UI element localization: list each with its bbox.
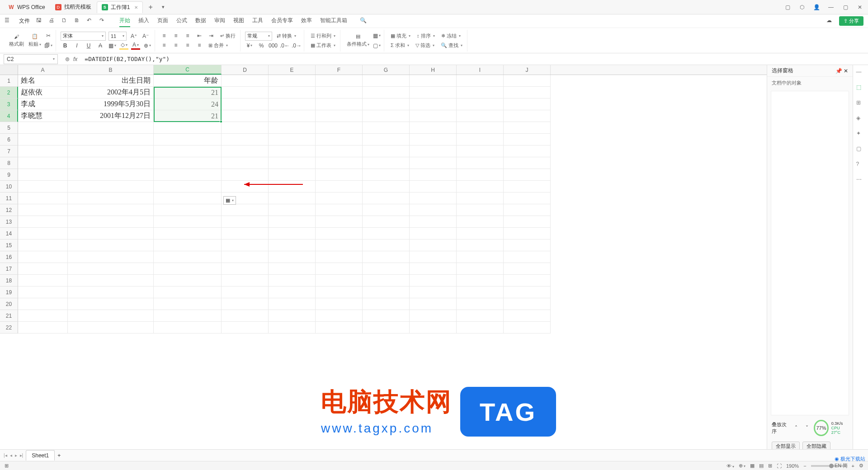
cell-J7[interactable] [504,146,551,157]
row-header-7[interactable]: 7 [0,146,18,157]
cell-G4[interactable] [363,110,410,122]
cell-B21[interactable] [68,310,154,322]
currency-icon[interactable]: ¥▾ [245,42,254,50]
cell-D4[interactable] [222,110,269,122]
cell-E22[interactable] [269,322,316,334]
cell-E6[interactable] [269,134,316,146]
cell-A9[interactable] [18,169,68,181]
close-button[interactable]: ✕ [855,3,864,12]
cell-B11[interactable] [68,193,154,204]
cell-G14[interactable] [363,228,410,240]
cell-G3[interactable] [363,99,410,110]
cell-D20[interactable] [222,298,269,310]
mode-icon[interactable]: ⊞ [5,463,9,469]
tab-wps-home[interactable]: W WPS Office [4,1,50,13]
cell-F21[interactable] [316,310,363,322]
cell-D22[interactable] [222,322,269,334]
cell-C11[interactable] [154,193,222,204]
indent-left-icon[interactable]: ⇤ [195,32,204,40]
cell-E11[interactable] [269,193,316,204]
fullscreen-icon[interactable]: ⛶ [777,463,782,469]
cell-H16[interactable] [410,251,457,263]
decimal-inc-icon[interactable]: .0← [280,42,289,50]
cell-H18[interactable] [410,275,457,287]
search-icon[interactable]: 🔍 [360,17,368,25]
cell-D12[interactable] [222,204,269,216]
cell-I14[interactable] [457,228,504,240]
cell-J22[interactable] [504,322,551,334]
menu-tab-data[interactable]: 数据 [195,15,206,27]
col-header-H[interactable]: H [410,65,457,75]
cell-H4[interactable] [410,110,457,122]
sheet-nav-prev[interactable]: ◂ [10,453,12,458]
cell-F16[interactable] [316,251,363,263]
cell-J12[interactable] [504,204,551,216]
cell-D17[interactable] [222,263,269,275]
cell-G19[interactable] [363,287,410,298]
cell-H14[interactable] [410,228,457,240]
save-icon[interactable]: 🖫 [36,17,44,25]
cell-A5[interactable] [18,122,68,134]
cell-E14[interactable] [269,228,316,240]
cell-B13[interactable] [68,216,154,228]
cell-E15[interactable] [269,240,316,251]
font-size-select[interactable]: 11▾ [108,32,127,41]
cell-G16[interactable] [363,251,410,263]
cell-H3[interactable] [410,99,457,110]
cell-J17[interactable] [504,263,551,275]
cell-J13[interactable] [504,216,551,228]
sum-button[interactable]: Σ 求和▾ [389,41,411,50]
cell-C15[interactable] [154,240,222,251]
cell-F8[interactable] [316,157,363,169]
cell-D5[interactable] [222,122,269,134]
cell-I19[interactable] [457,287,504,298]
row-header-5[interactable]: 5 [0,122,18,134]
cell-J21[interactable] [504,310,551,322]
zoom-out-button[interactable]: − [803,463,806,469]
cell-C9[interactable] [154,169,222,181]
row-header-12[interactable]: 12 [0,204,18,216]
cell-B17[interactable] [68,263,154,275]
cell-F10[interactable] [316,181,363,193]
cell-A19[interactable] [18,287,68,298]
row-header-17[interactable]: 17 [0,263,18,275]
cell-B16[interactable] [68,251,154,263]
filter-button[interactable]: ▽ 筛选▾ [414,41,436,50]
justify-icon[interactable]: ≡ [195,41,204,49]
cube-icon[interactable]: ⬡ [797,3,807,12]
sheet-nav-last[interactable]: ▸| [20,453,24,458]
font-name-select[interactable]: 宋体▾ [61,32,106,41]
cell-E18[interactable] [269,275,316,287]
cell-I12[interactable] [457,204,504,216]
cell-H8[interactable] [410,157,457,169]
cell-D13[interactable] [222,216,269,228]
col-header-C[interactable]: C [154,65,222,75]
cell-J6[interactable] [504,134,551,146]
cell-G8[interactable] [363,157,410,169]
cell-C5[interactable] [154,122,222,134]
cell-D19[interactable] [222,287,269,298]
cell-G22[interactable] [363,322,410,334]
cell-J18[interactable] [504,275,551,287]
cell-B9[interactable] [68,169,154,181]
undo-icon[interactable]: ↶ [87,17,95,25]
cell-F9[interactable] [316,169,363,181]
cell-H15[interactable] [410,240,457,251]
view-split-icon[interactable]: ⊞ [768,463,772,469]
cell-F5[interactable] [316,122,363,134]
cell-I18[interactable] [457,275,504,287]
row-header-20[interactable]: 20 [0,298,18,310]
row-header-10[interactable]: 10 [0,181,18,193]
col-header-D[interactable]: D [222,65,269,75]
cell-E16[interactable] [269,251,316,263]
rail-icon-2[interactable]: ⊞ [856,99,865,108]
cell-A10[interactable] [18,181,68,193]
tab-add-button[interactable]: + [144,3,157,11]
help-icon[interactable]: ? [856,161,865,170]
move-up-icon[interactable]: ˄ [792,424,800,432]
cell-I4[interactable] [457,110,504,122]
row-header-22[interactable]: 22 [0,322,18,334]
cell-F19[interactable] [316,287,363,298]
cell-C21[interactable] [154,310,222,322]
name-box[interactable]: C2 ▾ [4,54,58,64]
